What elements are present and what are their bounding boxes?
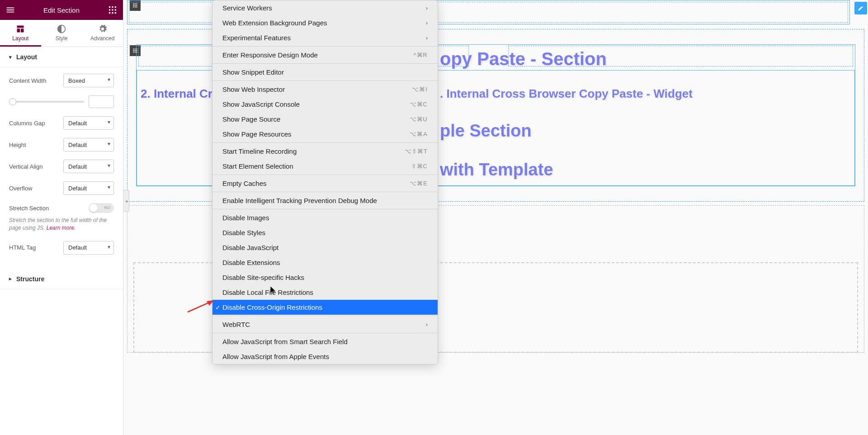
menu-separator: [212, 333, 438, 333]
tab-advanced[interactable]: Advanced: [82, 20, 123, 47]
menu-item-label: Service Workers: [222, 4, 420, 12]
menu-item[interactable]: Disable Extensions: [212, 255, 438, 270]
menu-item[interactable]: Disable Site-specific Hacks: [212, 270, 438, 285]
menu-separator: [212, 209, 438, 209]
menu-item[interactable]: Service Workers›: [212, 0, 438, 15]
menu-item-label: Web Extension Background Pages: [222, 19, 420, 27]
apps-grid-icon[interactable]: [108, 5, 118, 15]
content-width-label: Content Width: [9, 77, 46, 84]
menu-item-label: Show JavaScript Console: [222, 100, 404, 108]
menu-item-label: Allow JavaScript from Smart Search Field: [222, 338, 428, 345]
menu-item-label: Start Element Selection: [222, 162, 406, 170]
chevron-right-icon: ›: [426, 5, 428, 11]
layout-section-header[interactable]: ▾ Layout: [0, 47, 123, 67]
tab-layout[interactable]: Layout: [0, 20, 41, 47]
editor-canvas[interactable]: ◂ opy Paste - Section 2. Internal Cr . I…: [123, 0, 868, 435]
menu-item[interactable]: Show Snippet Editor: [212, 65, 438, 80]
tab-label: Advanced: [90, 35, 114, 42]
template-heading[interactable]: with Template: [440, 160, 553, 180]
menu-item-label: Disable Images: [222, 214, 428, 222]
menu-item[interactable]: Show Page Resources⌥⌘A: [212, 127, 438, 142]
svg-point-0: [109, 6, 111, 8]
menu-item[interactable]: Disable Styles: [212, 225, 438, 240]
gear-icon: [98, 24, 107, 33]
menu-separator: [212, 142, 438, 143]
menu-item[interactable]: Web Extension Background Pages›: [212, 15, 438, 30]
menu-item[interactable]: Show Web Inspector⌥⌘I: [212, 82, 438, 97]
menu-item[interactable]: Allow JavaScript from Smart Search Field: [212, 334, 438, 349]
structure-section-header[interactable]: ▸ Structure: [0, 269, 123, 289]
html-tag-select[interactable]: Default: [63, 241, 114, 255]
menu-separator: [212, 316, 438, 316]
menu-separator: [212, 192, 438, 192]
learn-more-link[interactable]: Learn more.: [47, 225, 76, 231]
stretch-section-toggle[interactable]: [89, 203, 114, 213]
panel-title: Edit Section: [43, 6, 80, 14]
menu-shortcut: ⌥⌘E: [410, 180, 428, 187]
menu-item[interactable]: Show JavaScript Console⌥⌘C: [212, 97, 438, 112]
contrast-icon: [57, 24, 66, 33]
menu-item[interactable]: ✓Disable Cross-Origin Restrictions: [212, 300, 438, 315]
menu-separator: [212, 175, 438, 175]
menu-item-label: Show Web Inspector: [222, 85, 406, 93]
svg-point-1: [112, 6, 113, 8]
menu-item[interactable]: Disable Images: [212, 210, 438, 225]
menu-item-label: Show Snippet Editor: [222, 68, 428, 76]
menu-item-label: Disable JavaScript: [222, 244, 428, 251]
svg-point-5: [115, 9, 117, 11]
menu-item-label: Allow JavaScript from Apple Events: [222, 353, 428, 360]
chevron-down-icon: ▾: [9, 54, 12, 60]
columns-gap-select[interactable]: Default: [63, 116, 114, 130]
svg-point-2: [115, 6, 117, 8]
menu-item[interactable]: WebRTC›: [212, 317, 438, 332]
menu-item[interactable]: Allow JavaScript from Apple Events: [212, 349, 438, 364]
menu-item[interactable]: Enter Responsive Design Mode^⌘R: [212, 47, 438, 62]
menu-shortcut: ^⌘R: [414, 52, 428, 58]
menu-item[interactable]: Disable JavaScript: [212, 240, 438, 255]
height-select[interactable]: Default: [63, 138, 114, 151]
width-slider[interactable]: [9, 101, 84, 103]
menu-item[interactable]: Start Element Selection⇧⌘C: [212, 159, 438, 174]
html-tag-label: HTML Tag: [9, 244, 36, 251]
sidebar-collapse-toggle[interactable]: ◂: [123, 190, 129, 212]
menu-shortcut: ⌥⌘A: [410, 131, 428, 137]
svg-point-4: [112, 9, 113, 11]
menu-icon[interactable]: [5, 5, 15, 15]
menu-item-label: WebRTC: [222, 321, 420, 328]
simple-section-heading[interactable]: ple Section: [440, 121, 532, 141]
width-value-input[interactable]: [89, 95, 114, 108]
tab-bar: Layout Style Advanced: [0, 20, 123, 47]
content-width-select[interactable]: Boxed: [63, 74, 114, 87]
svg-point-8: [115, 12, 117, 14]
menu-item-label: Disable Local File Restrictions: [222, 288, 428, 296]
menu-item-label: Disable Cross-Origin Restrictions: [222, 303, 428, 311]
menu-item[interactable]: Enable Intelligent Tracking Prevention D…: [212, 193, 438, 208]
section-title: Structure: [16, 275, 44, 283]
menu-separator: [212, 46, 438, 47]
menu-item-label: Start Timeline Recording: [222, 147, 399, 155]
overflow-select[interactable]: Default: [63, 181, 114, 195]
editor-sidebar: Edit Section Layout Style Advanced ▾ La: [0, 0, 123, 435]
tab-label: Layout: [12, 35, 28, 42]
svg-point-7: [112, 12, 113, 14]
edit-button[interactable]: [854, 2, 867, 14]
menu-item[interactable]: Empty Caches⌥⌘E: [212, 176, 438, 191]
widget-heading-right[interactable]: . Internal Cross Browser Copy Paste - Wi…: [440, 87, 693, 101]
tab-style[interactable]: Style: [41, 20, 82, 47]
check-icon: ✓: [215, 304, 221, 311]
vertical-align-select[interactable]: Default: [63, 160, 114, 173]
menu-item[interactable]: Disable Local File Restrictions: [212, 285, 438, 300]
menu-shortcut: ⌥⇧⌘T: [405, 148, 428, 155]
sidebar-header: Edit Section: [0, 0, 123, 20]
menu-item[interactable]: Start Timeline Recording⌥⇧⌘T: [212, 144, 438, 159]
menu-separator: [212, 63, 438, 64]
menu-item[interactable]: Show Page Source⌥⌘U: [212, 112, 438, 127]
section-heading[interactable]: opy Paste - Section: [440, 49, 607, 69]
stretch-section-label: Stretch Section: [9, 205, 49, 212]
menu-item[interactable]: Experimental Features›: [212, 30, 438, 45]
develop-context-menu: Service Workers›Web Extension Background…: [212, 0, 438, 364]
menu-shortcut: ⌥⌘I: [412, 86, 428, 93]
chevron-right-icon: ›: [426, 20, 428, 26]
height-label: Height: [9, 142, 26, 148]
widget-heading-left[interactable]: 2. Internal Cr: [141, 87, 212, 101]
